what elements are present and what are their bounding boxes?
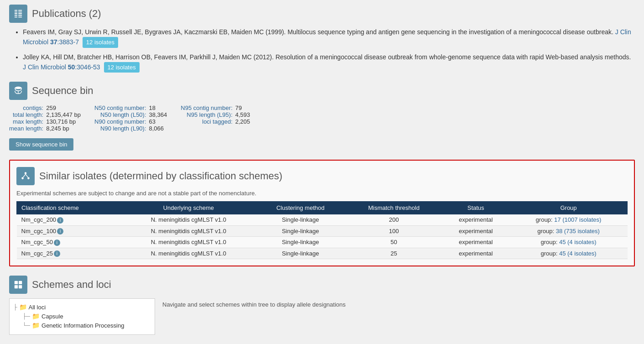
row-0-method: Single-linkage [255,214,346,226]
row-1-status: experimental [442,225,510,237]
n90-length-label: N90 length (L90): [94,125,149,132]
schemes-loci-icon [9,276,27,294]
row-2-threshold: 50 [346,237,442,248]
svg-rect-2 [15,13,17,14]
svg-rect-1 [15,11,17,12]
col-header-status: Status [442,202,510,214]
n50-length-value: 38,364 [149,111,181,118]
sequence-bin-stats: contigs: 259 N50 contig number: 18 N95 c… [9,104,254,132]
sequence-bin-section: Sequence bin contigs: 259 N50 contig num… [9,82,635,151]
n50-length-label: N50 length (L50): [94,111,149,118]
pub2-badge[interactable]: 12 isolates [104,62,140,73]
svg-point-14 [27,177,30,179]
similar-isolates-table: Classification scheme Underlying scheme … [16,201,628,259]
row-0-group: group: 17 (1007 isolates) [510,214,628,226]
schemes-loci-header: Schemes and loci [9,276,635,294]
row-2-method: Single-linkage [255,237,346,248]
contigs-label: contigs: [9,104,46,111]
pub1-authors: Feavers IM, Gray SJ, Urwin R, Russell JE… [23,28,613,36]
row-2-underlying: N. meningitidis cgMLST v1.0 [122,237,255,248]
info-icon-1[interactable]: i [57,228,63,235]
similar-isolates-title: Similar isolates (determined by classifi… [39,170,282,182]
row-0-status: experimental [442,214,510,226]
tree-item-all-loci[interactable]: ├ 📁 All loci [13,302,151,312]
publications-title: Publications (2) [32,8,101,20]
n95-length-value: 4,593 [235,111,255,118]
info-icon-3[interactable]: i [54,250,60,257]
svg-rect-18 [19,281,22,284]
svg-line-15 [23,174,26,177]
publications-list: Feavers IM, Gray SJ, Urwin R, Russell JE… [9,27,635,73]
tree-label-capsule: Capsule [42,313,63,320]
row-1-method: Single-linkage [255,225,346,237]
row-3-status: experimental [442,248,510,259]
row-3-group: group: 45 (4 isolates) [510,248,628,259]
sequence-bin-icon [9,82,27,100]
col-header-underlying: Underlying scheme [122,202,255,214]
n90-contig-value: 63 [149,118,181,125]
col-header-method: Clustering method [255,202,346,214]
n50-contig-label: N50 contig number: [94,104,149,111]
col-header-group: Group [510,202,628,214]
svg-rect-19 [15,285,18,288]
publications-section: Publications (2) Feavers IM, Gray SJ, Ur… [9,5,635,73]
row-2-status: experimental [442,237,510,248]
n95-contig-label: N95 contig number: [181,104,235,111]
total-length-label: total length: [9,111,46,118]
group-link-2[interactable]: 45 (4 isolates) [559,239,597,245]
svg-rect-20 [19,285,22,288]
row-1-group: group: 38 (735 isolates) [510,225,628,237]
col-header-threshold: Mismatch threshold [346,202,442,214]
publication-item-1: Feavers IM, Gray SJ, Urwin R, Russell JE… [23,27,635,48]
similar-table-row: Nm_cgc_25iN. meningitidis cgMLST v1.0Sin… [17,248,628,259]
row-3-threshold: 25 [346,248,442,259]
info-icon-0[interactable]: i [57,217,63,224]
row-0-scheme: Nm_cgc_200i [17,214,122,226]
svg-rect-17 [15,281,18,284]
row-0-threshold: 200 [346,214,442,226]
row-3-underlying: N. meningitidis cgMLST v1.0 [122,248,255,259]
n90-contig-label: N90 contig number: [94,118,149,125]
pub2-link[interactable]: J Clin Microbiol 50:3046-53 [23,63,100,71]
tree-label-all-loci: All loci [29,304,46,311]
contigs-value: 259 [46,104,94,111]
row-2-group: group: 45 (4 isolates) [510,237,628,248]
svg-line-16 [26,174,28,177]
tree-item-capsule[interactable]: ├─ 📁 Capsule [13,312,151,321]
n50-contig-value: 18 [149,104,181,111]
row-3-scheme: Nm_cgc_25i [17,248,122,259]
mean-length-value: 8,245 bp [46,125,94,132]
publication-item-2: Jolley KA, Hill DM, Bratcher HB, Harriso… [23,52,635,73]
info-icon-2[interactable]: i [54,240,60,246]
show-sequence-bin-button[interactable]: Show sequence bin [9,138,73,151]
pub1-badge[interactable]: 12 isolates [83,37,118,48]
row-1-underlying: N. meningitidis cgMLST v1.0 [122,225,255,237]
similar-table-row: Nm_cgc_100iN. meningitidis cgMLST v1.0Si… [17,225,628,237]
tree-item-genetic-info[interactable]: └─ 📁 Genetic Information Processing [13,321,151,330]
group-link-3[interactable]: 45 (4 isolates) [559,250,597,257]
row-2-scheme: Nm_cgc_50i [17,237,122,248]
sequence-bin-title: Sequence bin [32,85,93,97]
svg-rect-8 [18,15,22,16]
row-1-threshold: 100 [346,225,442,237]
mean-length-label: mean length: [9,125,46,132]
publications-icon [9,5,27,23]
svg-rect-3 [15,15,17,16]
loci-tree[interactable]: ├ 📁 All loci ├─ 📁 Capsule └─ 📁 Genetic I… [9,298,155,335]
row-1-scheme: Nm_cgc_100i [17,225,122,237]
sequence-bin-header: Sequence bin [9,82,635,100]
schemes-loci-section: Schemes and loci ├ 📁 All loci ├─ 📁 Capsu… [9,276,635,335]
total-length-value: 2,135,447 bp [46,111,94,118]
similar-isolates-icon [16,167,35,185]
svg-point-10 [15,87,22,89]
schemes-description: Navigate and select schemes within tree … [155,298,635,335]
col-header-scheme: Classification scheme [17,202,122,214]
group-link-1[interactable]: 38 (735 isolates) [556,228,600,235]
svg-rect-6 [18,11,22,12]
n95-contig-value: 79 [235,104,255,111]
n90-length-value: 8,066 [149,125,181,132]
max-length-label: max length: [9,118,46,125]
loci-tagged-value: 2,205 [235,118,255,125]
group-link-0[interactable]: 17 (1007 isolates) [554,216,601,223]
svg-rect-7 [18,13,22,14]
